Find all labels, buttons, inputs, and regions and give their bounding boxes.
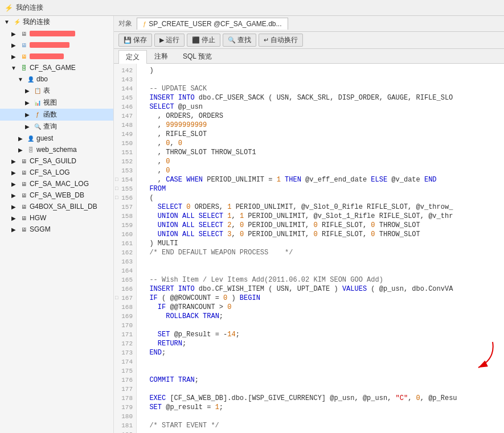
line-number: 173 — [114, 348, 136, 357]
stop-button[interactable]: ⬛ 停止 — [187, 34, 220, 47]
sidebar-item-cf-sa-web-db[interactable]: ▶ 🖥 CF_SA_WEB_DB — [0, 189, 113, 201]
main-tab[interactable]: ƒ SP_CREATE_USER @CF_SA_GAME.db... — [137, 18, 288, 30]
tables-label: 表 — [43, 86, 50, 96]
run-button[interactable]: ▶ 运行 — [154, 34, 185, 47]
line-numbers: 1421431441451461471481491501511521531541… — [114, 64, 137, 433]
save-button[interactable]: 💾 保存 — [118, 34, 152, 47]
expand-tables-icon: ▶ — [23, 86, 32, 96]
cf-sa-web-db-label: CF_SA_WEB_DB — [30, 191, 84, 199]
sidebar-item-g4box[interactable]: ▶ 🖥 G4BOX_SA_BILL_DB — [0, 201, 113, 212]
expand-hgw-icon: ▶ — [9, 213, 18, 222]
sidebar-item-views[interactable]: ▶ 📊 视图 — [0, 97, 113, 109]
db-icon: 🖥 — [19, 29, 28, 38]
sidebar-item-cf-sa-mac-log[interactable]: ▶ 🖥 CF_SA_MAC_LOG — [0, 178, 113, 189]
sidebar-item-functions[interactable]: ▶ ƒ 函数 — [0, 109, 113, 121]
line-number: 176 — [114, 376, 136, 385]
sidebar-item-dbo[interactable]: ▼ 👤 dbo — [0, 73, 113, 85]
expand-web-icon: ▶ — [16, 145, 25, 154]
code-line: EXEC [CF_SA_WEB_DB].dbo.[WSP_GIVE_CURREN… — [141, 394, 504, 403]
line-number: 151 — [114, 148, 136, 157]
connection1-label — [30, 31, 75, 36]
code-line — [141, 385, 504, 394]
line-number: 162 — [114, 248, 136, 257]
line-number: 168 — [114, 303, 136, 312]
save-label: 保存 — [133, 35, 147, 45]
code-line: , 0, 0 — [141, 139, 504, 148]
sidebar-item-sggm[interactable]: ▶ 🖥 SGGM — [0, 224, 113, 235]
code-line: INSERT INTO dbo.CF_USER_SACK ( USN, SACK… — [141, 93, 504, 102]
schema-icon: 👤 — [26, 75, 35, 84]
code-line: IF @@TRANCOUNT > 0 — [141, 303, 504, 312]
collapse-icon3: ▼ — [16, 75, 25, 84]
expand-sggm-icon: ▶ — [9, 225, 18, 234]
line-number: 172 — [114, 339, 136, 348]
sidebar-item-cf-sa-guild[interactable]: ▶ 🖥 CF_SA_GUILD — [0, 155, 113, 167]
line-number: 158 — [114, 212, 136, 221]
line-number: 157 — [114, 203, 136, 212]
line-number: 165 — [114, 275, 136, 284]
sidebar-item-my-connections[interactable]: ▼ ⚡ 我的连接 — [0, 16, 113, 28]
sidebar-item-connection1[interactable]: ▶ 🖥 — [0, 28, 113, 39]
hgw-db-icon: 🖥 — [19, 213, 28, 222]
code-line: , THROW_SLOT THROW_SLOT1 — [141, 148, 504, 157]
code-line — [141, 257, 504, 266]
code-line: ( — [141, 193, 504, 203]
guest-icon: 👤 — [26, 134, 35, 143]
line-number: 147 — [114, 112, 136, 121]
tab-definition[interactable]: 定义 — [118, 50, 147, 64]
expand-guest-icon: ▶ — [16, 134, 25, 143]
code-line: SELECT @p_usn — [141, 102, 504, 112]
expand-icon3: ▶ — [9, 52, 18, 61]
code-editor[interactable]: 1421431441451461471481491501511521531541… — [114, 64, 504, 433]
mac-db-icon: 🖥 — [19, 179, 28, 188]
connection-icon: ⚡ — [5, 4, 13, 12]
stop-label: 停止 — [202, 35, 215, 45]
sub-tabs: 定义 注释 SQL 预览 — [114, 49, 504, 64]
find-icon: 🔍 — [228, 36, 236, 44]
sidebar-item-queries[interactable]: ▶ 🔍 查询 — [0, 121, 113, 133]
g4box-label: G4BOX_SA_BILL_DB — [30, 203, 97, 211]
sidebar-item-connection3[interactable]: ▶ 🖥 — [0, 51, 113, 62]
main-layout: ▼ ⚡ 我的连接 ▶ 🖥 ▶ 🖥 ▶ 🖥 ▼ 🗄 CF_SA_GAME — [0, 16, 504, 433]
code-line: INSERT INTO dbo.CF_WISH_ITEM ( USN, UPT_… — [141, 284, 504, 294]
line-number: 178 — [114, 394, 136, 403]
line-number: 152 — [114, 157, 136, 166]
right-panel: 对象 ƒ SP_CREATE_USER @CF_SA_GAME.db... 💾 … — [114, 16, 504, 433]
line-number: 144 — [114, 84, 136, 93]
function-icon: ƒ — [33, 110, 42, 119]
sggm-label: SGGM — [30, 225, 51, 233]
line-number: 143 — [114, 75, 136, 84]
collapse-icon2: ▼ — [9, 63, 18, 72]
sidebar-item-connection2[interactable]: ▶ 🖥 — [0, 39, 113, 51]
expand-queries-icon: ▶ — [23, 122, 32, 131]
sidebar-item-guest[interactable]: ▶ 👤 guest — [0, 133, 113, 144]
tab-comment[interactable]: 注释 — [147, 50, 175, 63]
sp-icon: ƒ — [143, 20, 146, 27]
code-line: RETURN; — [141, 339, 504, 348]
sidebar-item-web-schema[interactable]: ▶ 🗄 web_schema — [0, 144, 113, 155]
expand-web-db-icon: ▶ — [9, 191, 18, 200]
code-line: SET @p_result = 1; — [141, 403, 504, 412]
sidebar-item-hgw[interactable]: ▶ 🖥 HGW — [0, 212, 113, 224]
sidebar-item-cf-sa-log[interactable]: ▶ 🖥 CF_SA_LOG — [0, 167, 113, 178]
table-icon: 📋 — [33, 86, 42, 96]
line-number: 155 — [114, 184, 136, 193]
code-line: , CASE WHEN PERIOD_UNLIMIT = 1 THEN @v_e… — [141, 175, 504, 184]
tab-sql-preview[interactable]: SQL 预览 — [175, 50, 219, 63]
auto-wrap-button[interactable]: ↵ 自动换行 — [259, 34, 303, 47]
code-line: SELECT 0 ORDERS, 1 PERIOD_UNLIMIT, @v_Sl… — [141, 203, 504, 212]
title-label: 我的连接 — [16, 3, 43, 13]
code-line: COMMIT TRAN; — [141, 376, 504, 385]
sidebar: ▼ ⚡ 我的连接 ▶ 🖥 ▶ 🖥 ▶ 🖥 ▼ 🗄 CF_SA_GAME — [0, 16, 114, 433]
connection2-label — [30, 42, 69, 48]
code-line: , ORDERS, ORDERS — [141, 112, 504, 121]
code-line — [141, 266, 504, 275]
line-number: 159 — [114, 221, 136, 230]
sidebar-item-tables[interactable]: ▶ 📋 表 — [0, 85, 113, 97]
line-number: 142 — [114, 66, 136, 75]
sggm-db-icon: 🖥 — [19, 225, 28, 234]
sidebar-item-cf-sa-game[interactable]: ▼ 🗄 CF_SA_GAME — [0, 62, 113, 73]
run-label: 运行 — [166, 35, 179, 45]
guild-db-icon: 🖥 — [19, 156, 28, 166]
find-button[interactable]: 🔍 查找 — [223, 34, 256, 47]
